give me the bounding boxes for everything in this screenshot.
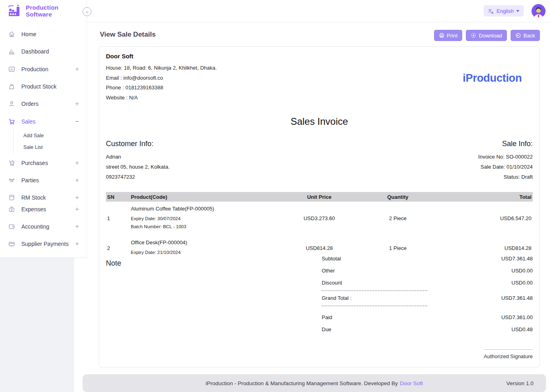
sidebar-item-product-stock[interactable]: Product Stock <box>0 81 87 92</box>
cell-quantity: 1 Piece <box>364 245 432 251</box>
discount-label: Discount <box>322 280 342 286</box>
sidebar-item-label: Dashboard <box>21 48 49 55</box>
cell-sn: 2 <box>106 245 131 251</box>
sidebar-item-purchases[interactable]: Purchases + <box>0 158 87 168</box>
expand-indicator: + <box>75 159 79 167</box>
print-button-label: Print <box>447 33 458 39</box>
paid-label: Paid <box>322 314 332 320</box>
sidebar-subitem-label: Sale List <box>23 144 43 150</box>
sidebar-item-parties[interactable]: Parties + <box>0 175 87 186</box>
sidebar-item-expenses[interactable]: Expenses + <box>0 204 87 215</box>
header-actions: Print Download Back <box>434 30 540 41</box>
sidebar-item-label: Expenses <box>21 206 46 213</box>
sidebar-item-supplier-payments[interactable]: Supplier Payments + <box>0 239 87 249</box>
dashboard-icon <box>8 48 16 55</box>
translate-icon: 文 A <box>488 8 494 14</box>
language-label: English <box>496 8 514 14</box>
customer-name: Adnan <box>106 152 170 162</box>
footer-text: iProduction - Production & Manufacturing… <box>206 380 398 386</box>
company-email: Email : info@doorsoft.co <box>106 73 217 83</box>
col-header-unit-price: Unit Price <box>275 194 364 200</box>
cell-unit-price: USD814.28 <box>275 245 364 251</box>
customer-phone: 0923747232 <box>106 172 170 182</box>
cell-product: Aluminum Coffee Table(FP-000005) Expiry … <box>131 206 275 231</box>
sidebar-item-home[interactable]: Home <box>0 29 87 39</box>
printer-icon <box>439 33 445 38</box>
sidebar-item-label: Orders <box>21 101 39 107</box>
back-arrow-icon <box>515 33 521 38</box>
sidebar: Production Software Home Dashboard Produ… <box>0 0 87 258</box>
back-button-label: Back <box>523 33 535 39</box>
sidebar-item-label: RM Stock <box>21 194 46 201</box>
discount-value: USD0.00 <box>511 280 533 286</box>
due-label: Due <box>322 326 331 332</box>
customer-info-heading: Customer Info: <box>106 140 170 148</box>
col-header-sn: SN <box>106 194 131 200</box>
customer-address: street 05, house 2, Kolkata. <box>106 162 170 172</box>
sidebar-item-rm-stock[interactable]: RM Stock + <box>0 192 87 203</box>
language-selector[interactable]: 文 A English <box>484 5 524 17</box>
accounting-icon <box>8 223 16 230</box>
expand-indicator: + <box>75 177 79 184</box>
spacer <box>322 307 533 311</box>
rm-stock-icon <box>8 194 16 201</box>
divider-dotted <box>322 290 427 291</box>
download-button[interactable]: Download <box>466 30 507 41</box>
sidebar-subitem-add-sale[interactable]: Add Sale <box>23 133 44 139</box>
discount-row: Discount USD0.00 <box>322 276 533 289</box>
divider-dotted <box>322 305 427 306</box>
product-stock-icon <box>8 83 16 90</box>
page-background-strip <box>0 258 74 392</box>
cell-unit-price: USD3.273.60 <box>275 215 364 221</box>
expand-indicator: + <box>75 206 79 213</box>
expenses-icon <box>8 206 16 213</box>
subtotal-label: Subtotal <box>322 256 341 262</box>
cell-product: Office Desk(FP-000004) Expiry Date: 21/1… <box>131 239 275 256</box>
sidebar-item-production[interactable]: Production + <box>0 64 87 74</box>
sale-status: Status: Draft <box>478 172 533 182</box>
expand-indicator: + <box>75 66 79 73</box>
col-header-quantity: Quantity <box>364 194 432 200</box>
grand-total-value: USD7.361.48 <box>501 295 533 301</box>
svg-text:A: A <box>491 11 494 14</box>
user-avatar[interactable] <box>531 4 546 18</box>
invoice-title: Sales Invoice <box>99 116 540 127</box>
product-expiry: Expiry Date: 30/07/2024 <box>131 215 275 223</box>
table-row: 1 Aluminum Coffee Table(FP-000005) Expir… <box>106 202 533 235</box>
expand-indicator: + <box>75 100 79 107</box>
sidebar-subitem-label: Add Sale <box>23 133 44 138</box>
back-button[interactable]: Back <box>511 30 540 41</box>
product-expiry: Expiry Date: 21/10/2024 <box>131 248 275 256</box>
purchases-icon <box>8 159 16 167</box>
sidebar-item-label: Production <box>21 66 48 72</box>
app-logo[interactable]: Production Software <box>7 4 58 18</box>
collapse-indicator: − <box>75 118 79 125</box>
sidebar-item-accounting[interactable]: Accounting + <box>0 221 87 232</box>
supplier-payments-icon <box>8 240 16 248</box>
cell-total: USD814.28 <box>432 245 533 251</box>
sidebar-subitem-sale-list[interactable]: Sale List <box>23 144 43 151</box>
sidebar-collapse-button[interactable]: ‹ <box>83 7 91 16</box>
col-header-total: Total <box>432 194 533 200</box>
sidebar-item-label: Accounting <box>21 223 49 230</box>
orders-icon <box>8 100 16 107</box>
home-icon <box>8 31 16 38</box>
signature-label: Authorized Signature <box>484 353 533 359</box>
print-button[interactable]: Print <box>434 30 463 41</box>
expand-indicator: + <box>75 194 79 201</box>
subtotal-row: Subtotal USD7.361.48 <box>322 252 533 264</box>
footer-doorsoft-link[interactable]: Door Soft <box>400 380 423 386</box>
grand-total-row: Grand Total : USD7.361.48 <box>322 292 533 304</box>
sidebar-item-dashboard[interactable]: Dashboard <box>0 46 87 57</box>
sidebar-item-orders[interactable]: Orders + <box>0 99 87 109</box>
download-icon <box>471 33 476 38</box>
col-header-product: Product(Code) <box>131 194 275 200</box>
cell-quantity: 2 Piece <box>364 215 432 221</box>
product-batch: Batch Number: BCL - 1003 <box>131 223 275 231</box>
sidebar-item-sales[interactable]: Sales − <box>0 116 87 127</box>
topbar <box>87 0 550 23</box>
customer-info: Customer Info: Adnan street 05, house 2,… <box>106 140 170 182</box>
sale-invoice-no: Invoice No: SO-000022 <box>478 152 533 162</box>
subtotal-value: USD7.361.48 <box>501 256 533 262</box>
page-title: View Sale Details <box>100 31 156 39</box>
